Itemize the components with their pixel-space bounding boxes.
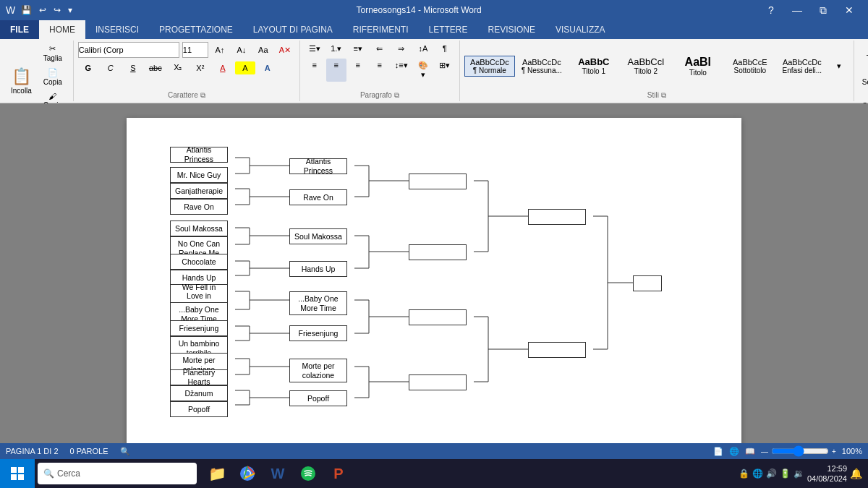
- ribbon-content: 📋 Incolla ✂Taglia 📄Copia 🖌Copia formato …: [0, 39, 868, 103]
- tab-home[interactable]: HOME: [39, 20, 85, 39]
- trova-button[interactable]: 🔍Trova ▾: [863, 42, 868, 64]
- style-titolo[interactable]: AaBl Titolo: [673, 53, 723, 79]
- tray-icon-3[interactable]: 🔊: [766, 468, 777, 479]
- tab-lettere[interactable]: LETTERE: [419, 20, 478, 39]
- group-carattere-label: Carattere ⧉: [78, 90, 295, 100]
- view-print-button[interactable]: 📄: [713, 447, 723, 456]
- r2-popoff: Popoff: [289, 390, 347, 406]
- svg-rect-60: [11, 467, 17, 473]
- justify-button[interactable]: ≡: [370, 59, 390, 82]
- tray-icon-4[interactable]: 🔋: [780, 468, 791, 479]
- title-bar: W 💾 ↩ ↪ ▾ Torneosongs14 - Microsoft Word…: [0, 0, 868, 20]
- tab-layout[interactable]: LAYOUT DI PAGINA: [243, 20, 343, 39]
- tab-visualizza[interactable]: VISUALIZZA: [545, 20, 616, 39]
- tray-volume[interactable]: 🔉: [793, 468, 804, 479]
- sort-button[interactable]: ↕A: [413, 42, 433, 56]
- start-button[interactable]: [0, 459, 35, 488]
- spotify-icon[interactable]: [294, 459, 323, 488]
- change-case-button[interactable]: Aa: [253, 43, 273, 56]
- incolla-button[interactable]: 📋 Incolla: [7, 65, 35, 97]
- superscript-button[interactable]: X²: [190, 61, 210, 74]
- font-color-button[interactable]: A: [213, 61, 233, 74]
- align-center-button[interactable]: ≡: [326, 59, 346, 82]
- search-placeholder: Cerca: [57, 468, 80, 479]
- save-button[interactable]: 💾: [20, 5, 33, 15]
- bold-button[interactable]: G: [78, 61, 98, 74]
- align-left-button[interactable]: ≡: [305, 59, 325, 82]
- taglia-button[interactable]: ✂Taglia: [37, 42, 69, 64]
- borders-button[interactable]: ⊞▾: [435, 59, 455, 82]
- undo-button[interactable]: ↩: [38, 5, 48, 15]
- window-title: Torneosongs14 - Microsoft Word: [80, 5, 758, 15]
- maximize-button[interactable]: ⧉: [810, 0, 836, 20]
- r2-soul-makossa: Soul Makossa: [289, 228, 347, 244]
- style-nessuna[interactable]: AaBbCcDc ¶ Nessuna...: [516, 56, 567, 77]
- stili-content: AaBbCcDc ¶ Normale AaBbCcDc ¶ Nessuna...…: [464, 42, 849, 90]
- zoom-slider[interactable]: — +: [761, 445, 836, 457]
- group-paragrafo-label: Paragrafo ⧉: [305, 90, 455, 100]
- show-marks-button[interactable]: ¶: [435, 42, 455, 56]
- numbering-button[interactable]: 1.▾: [326, 42, 346, 56]
- customize-button[interactable]: ▾: [67, 5, 74, 15]
- highlight-button[interactable]: A: [235, 61, 255, 74]
- minimize-button[interactable]: —: [784, 0, 810, 20]
- tab-file[interactable]: FILE: [0, 20, 39, 39]
- tab-revisione[interactable]: REVISIONE: [478, 20, 545, 39]
- style-titolo1[interactable]: AaBbC Titolo 1: [569, 54, 619, 77]
- notification-button[interactable]: 🔔: [850, 468, 862, 479]
- tab-riferimenti[interactable]: RIFERIMENTI: [343, 20, 419, 39]
- subscript-button[interactable]: X₂: [168, 61, 188, 74]
- powerpoint-icon[interactable]: P: [324, 459, 353, 488]
- style-sottotitolo[interactable]: AaBbCcE Sottotitolo: [725, 56, 775, 77]
- help-button[interactable]: ?: [758, 0, 784, 20]
- r3-box1: [409, 174, 467, 189]
- increase-indent-button[interactable]: ⇒: [391, 42, 412, 56]
- doc-scroll[interactable]: Atlantis Princess Mr. Nice Guy Ganjather…: [0, 103, 868, 443]
- r1-soul-makossa: Soul Makossa: [170, 221, 228, 236]
- document-page: Atlantis Princess Mr. Nice Guy Ganjather…: [127, 118, 741, 443]
- word-taskbar-icon[interactable]: W: [263, 459, 292, 488]
- view-web-button[interactable]: 🌐: [729, 447, 739, 456]
- line-spacing-button[interactable]: ↕≡▾: [391, 59, 412, 82]
- font-size-input[interactable]: [182, 42, 208, 58]
- strikethrough-button[interactable]: abc: [145, 61, 166, 74]
- font-family-input[interactable]: [78, 42, 179, 58]
- status-bar: PAGINA 1 DI 2 0 PAROLE 🔍 📄 🌐 📖 — + 100%: [0, 443, 868, 459]
- style-normale[interactable]: AaBbCcDc ¶ Normale: [464, 56, 515, 77]
- windows-logo-icon: [10, 466, 25, 481]
- tab-inserisci[interactable]: INSERISCI: [85, 20, 149, 39]
- style-enfasi[interactable]: AaBbCcDc Enfasi deli...: [777, 56, 827, 77]
- view-reading-button[interactable]: 📖: [745, 447, 755, 456]
- shrink-font-button[interactable]: A↓: [231, 43, 252, 56]
- bullets-button[interactable]: ☰▾: [305, 42, 325, 56]
- taskbar-right: 🔒 🌐 🔊 🔋 🔉 12:59 04/08/2024 🔔: [739, 463, 868, 484]
- tab-progettazione[interactable]: PROGETTAZIONE: [149, 20, 243, 39]
- group-modifica: 🔍Trova ▾ ⇄Sostituisci ⌖Seleziona ▾ Modif…: [854, 40, 868, 101]
- taskbar-search-box[interactable]: 🔍 Cerca: [38, 463, 197, 484]
- align-right-button[interactable]: ≡: [348, 59, 368, 82]
- decrease-indent-button[interactable]: ⇐: [370, 42, 390, 56]
- r2-hands-up: Hands Up: [289, 261, 347, 277]
- chrome-icon[interactable]: [233, 459, 262, 488]
- zoom-range-input[interactable]: [771, 445, 829, 457]
- underline-button[interactable]: S: [123, 61, 143, 74]
- carattere-controls: A↑ A↓ Aa A✕ G C S abc X₂ X² A A A: [78, 42, 295, 90]
- style-titolo2[interactable]: AaBbCcl Titolo 2: [621, 54, 671, 77]
- grow-font-button[interactable]: A↑: [210, 43, 230, 56]
- r4-box2: [528, 342, 586, 358]
- styles-expand-button[interactable]: ▾: [829, 59, 849, 73]
- file-explorer-icon[interactable]: 📁: [203, 459, 231, 488]
- shading-button[interactable]: 🎨▾: [413, 59, 433, 82]
- taskbar-clock[interactable]: 12:59 04/08/2024: [807, 463, 847, 484]
- tray-icon-2[interactable]: 🌐: [752, 468, 763, 479]
- copia-button[interactable]: 📄Copia: [37, 66, 69, 88]
- text-effects-button[interactable]: A: [258, 61, 278, 74]
- redo-button[interactable]: ↪: [52, 5, 62, 15]
- sostituisci-button[interactable]: ⇄Sostituisci: [859, 66, 868, 88]
- zoom-level[interactable]: 100%: [842, 447, 862, 455]
- clear-format-button[interactable]: A✕: [275, 43, 295, 57]
- multilevel-button[interactable]: ≡▾: [348, 42, 368, 56]
- tray-icon-1[interactable]: 🔒: [739, 468, 749, 479]
- italic-button[interactable]: C: [101, 61, 121, 74]
- close-button[interactable]: ✕: [836, 0, 862, 20]
